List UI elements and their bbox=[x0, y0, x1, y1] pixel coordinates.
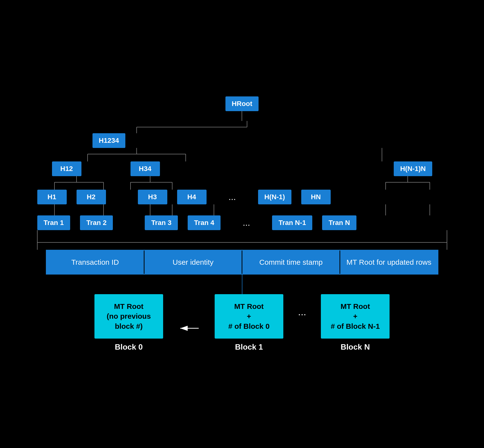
field-commit-timestamp: Commit time stamp bbox=[242, 250, 340, 274]
level3-row: H1 H2 H3 H4 ... H(N-1) HN bbox=[27, 190, 457, 204]
connector-l1-l2 bbox=[26, 148, 468, 161]
arrow-block1-to-block0 bbox=[178, 323, 200, 352]
main-diagram: HRoot H1234 H12 H34 H(N-1) bbox=[21, 87, 463, 362]
node-h3: H3 bbox=[138, 190, 167, 204]
blockn-box: MT Root+# of Block N-1 bbox=[321, 294, 390, 339]
field-mt-root-updated: MT Root for updated rows bbox=[340, 250, 437, 274]
connector-l3-l4 bbox=[27, 204, 457, 215]
block1-box: MT Root+# of Block 0 bbox=[215, 294, 283, 339]
vline-root bbox=[242, 111, 242, 121]
node-h1: H1 bbox=[37, 190, 67, 204]
root-node-col: HRoot bbox=[225, 96, 259, 121]
node-tran1: Tran 1 bbox=[37, 215, 70, 230]
node-h12: H12 bbox=[52, 161, 81, 176]
blocks-wrapper: MT Root(no previousblock #) Block 0 MT R… bbox=[94, 294, 390, 352]
block0-box: MT Root(no previousblock #) bbox=[94, 294, 163, 339]
left-arrow-svg bbox=[178, 323, 200, 333]
block0-col: MT Root(no previousblock #) Block 0 bbox=[94, 294, 163, 352]
node-trann1: Tran N-1 bbox=[272, 215, 312, 230]
node-tran2: Tran 2 bbox=[80, 215, 113, 230]
fields-row: Transaction ID User identity Commit time… bbox=[46, 250, 438, 275]
connector-root-l1 bbox=[26, 121, 468, 133]
field-transaction-id: Transaction ID bbox=[47, 250, 144, 274]
level4-ellipsis: ... bbox=[235, 218, 257, 228]
node-h4: H4 bbox=[177, 190, 207, 204]
connector-l2-l3 bbox=[27, 176, 457, 190]
level1-row: H1234 bbox=[26, 133, 458, 148]
node-hn: HN bbox=[301, 190, 331, 204]
vline-fields-blocks bbox=[242, 275, 242, 294]
node-hroot: HRoot bbox=[225, 96, 259, 111]
field-user-identity: User identity bbox=[144, 250, 242, 274]
block0-label: Block 0 bbox=[115, 343, 143, 352]
node-h34: H34 bbox=[131, 161, 160, 176]
blockn-col: MT Root+# of Block N-1 Block N bbox=[321, 294, 390, 352]
blockn-label: Block N bbox=[341, 343, 370, 352]
node-hn1n: H(N-1)N bbox=[394, 161, 432, 176]
level2-row: H12 H34 H(N-1)N bbox=[27, 161, 457, 176]
block1-label: Block 1 bbox=[235, 343, 263, 352]
block1-col: MT Root+# of Block 0 Block 1 bbox=[215, 294, 283, 352]
node-h2: H2 bbox=[77, 190, 106, 204]
node-h1234: H1234 bbox=[92, 133, 126, 148]
node-tran4: Tran 4 bbox=[188, 215, 221, 230]
node-tran3: Tran 3 bbox=[145, 215, 178, 230]
h1234-col: H1234 bbox=[92, 133, 126, 148]
blocks-ellipsis: ... bbox=[298, 306, 306, 340]
level3-ellipsis: ... bbox=[221, 192, 243, 202]
node-hn1: H(N-1) bbox=[258, 190, 291, 204]
level4-row: Tran 1 Tran 2 Tran 3 Tran 4 ... Tran N-1… bbox=[27, 215, 457, 230]
node-trann: Tran N bbox=[322, 215, 356, 230]
outer-bracket bbox=[27, 230, 457, 250]
